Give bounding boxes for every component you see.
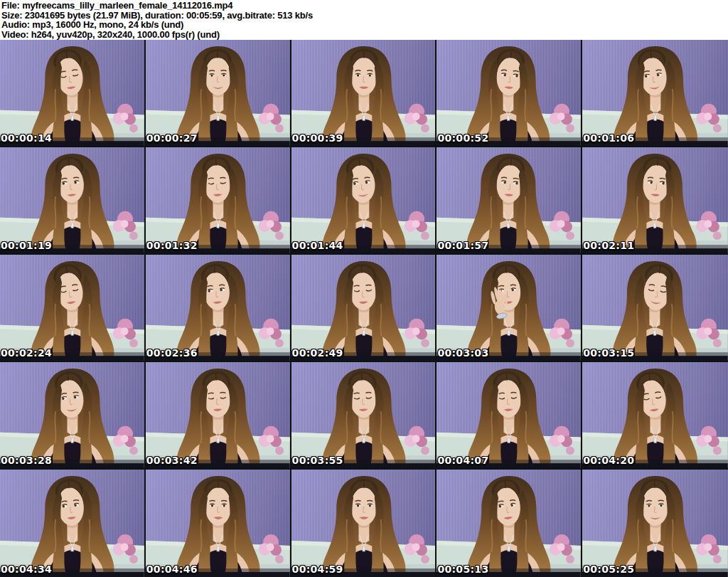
timestamp-overlay: 00:03:15	[583, 347, 634, 359]
thumbnail-grid: 00:00:1400:00:2700:00:3900:00:5200:01:06…	[0, 40, 728, 577]
video-thumbnail: 00:01:32	[146, 147, 291, 255]
timestamp-overlay: 00:02:11	[583, 240, 634, 251]
video-thumbnail: 00:01:19	[0, 147, 146, 255]
timestamp-overlay: 00:02:24	[1, 347, 52, 359]
video-thumbnail: 00:03:15	[582, 255, 728, 362]
video-thumbnail: 00:04:59	[291, 470, 437, 577]
metadata-header: File: myfreecams_lilly_marleen_female_14…	[0, 0, 728, 40]
timestamp-overlay: 00:04:20	[583, 455, 634, 466]
timestamp-overlay: 00:04:34	[1, 563, 52, 575]
video-thumbnail: 00:03:03	[437, 255, 582, 362]
timestamp-overlay: 00:03:03	[437, 347, 488, 359]
video-thumbnail: 00:03:28	[0, 362, 146, 470]
timestamp-overlay: 00:01:44	[292, 240, 343, 251]
timestamp-overlay: 00:00:39	[292, 132, 343, 144]
video-thumbnail: 00:04:34	[0, 470, 146, 577]
video-thumbnail: 00:01:06	[582, 40, 728, 147]
timestamp-overlay: 00:05:25	[583, 563, 634, 575]
video-thumbnail: 00:03:42	[146, 362, 291, 470]
timestamp-overlay: 00:03:42	[146, 455, 198, 466]
timestamp-overlay: 00:00:27	[146, 132, 198, 144]
video-thumbnail: 00:04:20	[582, 362, 728, 470]
timestamp-overlay: 00:01:19	[1, 240, 52, 251]
timestamp-overlay: 00:01:57	[437, 240, 488, 251]
video-thumbnail: 00:00:39	[291, 40, 437, 147]
video-thumbnail: 00:00:14	[0, 40, 146, 147]
video-thumbnail: 00:05:13	[437, 470, 582, 577]
video-thumbnail: 00:00:52	[437, 40, 582, 147]
video-thumbnail: 00:04:07	[437, 362, 582, 470]
timestamp-overlay: 00:04:07	[437, 455, 488, 466]
video-thumbnail: 00:02:24	[0, 255, 146, 362]
timestamp-overlay: 00:00:14	[1, 132, 52, 144]
video-thumbnail: 00:02:49	[291, 255, 437, 362]
timestamp-overlay: 00:01:32	[146, 240, 198, 251]
timestamp-overlay: 00:04:46	[146, 563, 198, 575]
video-thumbnail: 00:01:44	[291, 147, 437, 255]
video-thumbnail: 00:00:27	[146, 40, 291, 147]
video-thumbnail: 00:02:11	[582, 147, 728, 255]
metadata-line-file: File: myfreecams_lilly_marleen_female_14…	[1, 1, 728, 11]
video-thumbnail: 00:01:57	[437, 147, 582, 255]
metadata-line-video: Video: h264, yuv420p, 320x240, 1000.00 f…	[1, 30, 728, 40]
timestamp-overlay: 00:02:49	[292, 347, 343, 359]
timestamp-overlay: 00:02:36	[146, 347, 198, 359]
timestamp-overlay: 00:03:55	[292, 455, 343, 466]
metadata-line-size: Size: 23041695 bytes (21.97 MiB), durati…	[1, 11, 728, 21]
video-thumbnail: 00:05:25	[582, 470, 728, 577]
timestamp-overlay: 00:03:28	[1, 455, 52, 466]
video-thumbnail: 00:03:55	[291, 362, 437, 470]
timestamp-overlay: 00:01:06	[583, 132, 634, 144]
video-thumbnail: 00:02:36	[146, 255, 291, 362]
contact-sheet: File: myfreecams_lilly_marleen_female_14…	[0, 0, 728, 577]
timestamp-overlay: 00:00:52	[437, 132, 488, 144]
metadata-line-audio: Audio: mp3, 16000 Hz, mono, 24 kb/s (und…	[1, 20, 728, 30]
timestamp-overlay: 00:04:59	[292, 563, 343, 575]
timestamp-overlay: 00:05:13	[437, 563, 488, 575]
video-thumbnail: 00:04:46	[146, 470, 291, 577]
